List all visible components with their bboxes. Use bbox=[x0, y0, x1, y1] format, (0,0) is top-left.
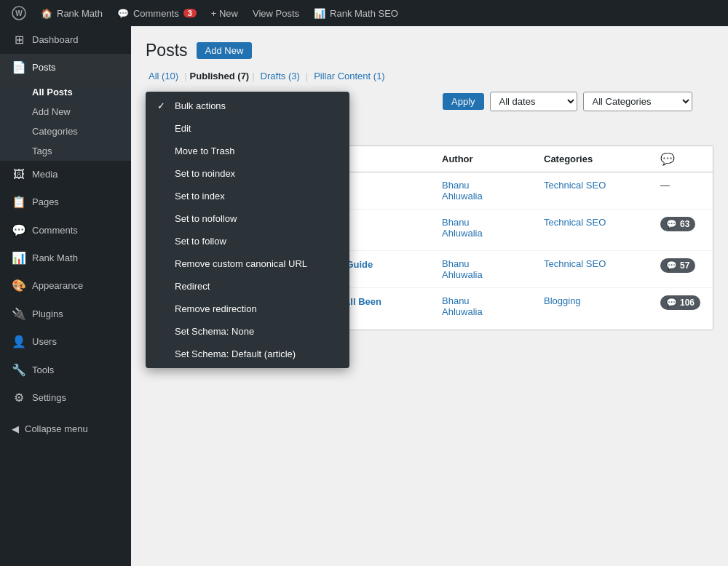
row2-category[interactable]: Technical SEO bbox=[544, 217, 606, 228]
sidebar-item-media[interactable]: 🖼 Media bbox=[0, 161, 131, 188]
sidebar-label-tools: Tools bbox=[32, 364, 54, 377]
row2-author[interactable]: BhanuAhluwalia bbox=[442, 217, 483, 239]
row4-comments: 💬106 bbox=[660, 295, 704, 310]
row4-category-cell: Blogging bbox=[544, 295, 660, 306]
add-new-button[interactable]: Add New bbox=[197, 42, 253, 59]
tab-all[interactable]: All (10) bbox=[146, 69, 181, 83]
collapse-icon: ◀ bbox=[12, 423, 19, 434]
row4-author-cell: BhanuAhluwalia bbox=[442, 295, 544, 317]
site-name-button[interactable]: 🏠 Rank Math bbox=[35, 0, 108, 26]
sidebar-item-dashboard[interactable]: ⊞ Dashboard bbox=[0, 26, 131, 54]
site-name: Rank Math bbox=[57, 8, 103, 19]
sidebar-label-media: Media bbox=[32, 168, 58, 181]
bulk-actions-item-bulk-actions[interactable]: ✓ Bulk actions bbox=[146, 95, 349, 117]
row1-category-cell: Technical SEO bbox=[544, 180, 660, 191]
sidebar-item-tools[interactable]: 🔧 Tools bbox=[0, 356, 131, 384]
set-follow-label: Set to follow bbox=[175, 236, 226, 247]
sidebar-item-pages[interactable]: 📋 Pages bbox=[0, 188, 131, 216]
new-content-button[interactable]: + New bbox=[205, 0, 244, 26]
sidebar-item-users[interactable]: 👤 Users bbox=[0, 328, 131, 356]
row2-comments: 💬63 bbox=[660, 217, 704, 231]
bulk-actions-item-set-noindex[interactable]: Set to noindex bbox=[146, 162, 349, 185]
set-index-label: Set to index bbox=[175, 191, 225, 202]
sidebar-label-appearance: Appearance bbox=[32, 279, 83, 292]
sidebar-item-posts[interactable]: 📄 Posts bbox=[0, 54, 131, 81]
edit-label: Edit bbox=[175, 123, 191, 134]
collapse-menu-button[interactable]: ◀ Collapse menu bbox=[0, 418, 131, 440]
sidebar-item-plugins[interactable]: 🔌 Plugins bbox=[0, 300, 131, 328]
sidebar-label-users: Users bbox=[32, 335, 57, 348]
move-to-trash-label: Move to Trash bbox=[175, 146, 234, 156]
row2-comment-badge[interactable]: 💬63 bbox=[660, 217, 695, 231]
tools-icon: 🔧 bbox=[12, 362, 26, 378]
bulk-actions-item-remove-canonical[interactable]: Remove custom canonical URL bbox=[146, 252, 349, 275]
comment-icon: 💬 bbox=[117, 8, 129, 19]
categories-filter[interactable]: All Categories bbox=[583, 92, 692, 111]
apply-button[interactable]: Apply bbox=[443, 93, 484, 110]
sidebar-label-comments: Comments bbox=[32, 224, 78, 237]
row1-comments: — bbox=[660, 180, 704, 191]
sidebar-label-settings: Settings bbox=[32, 391, 66, 404]
comment-header-icon: 💬 bbox=[660, 153, 675, 165]
home-icon: 🏠 bbox=[41, 8, 52, 19]
bulk-actions-item-set-index[interactable]: Set to index bbox=[146, 185, 349, 207]
tab-published[interactable]: Published (7) bbox=[190, 71, 250, 81]
comments-icon: 💬 bbox=[12, 223, 26, 239]
view-posts-label: View Posts bbox=[253, 8, 299, 19]
view-posts-button[interactable]: View Posts bbox=[247, 0, 305, 26]
bulk-actions-label: Bulk actions bbox=[175, 100, 226, 111]
bulk-actions-item-set-nofollow[interactable]: Set to nofollow bbox=[146, 207, 349, 230]
row1-author-cell: BhanuAhluwalia bbox=[442, 180, 544, 202]
appearance-icon: 🎨 bbox=[12, 278, 26, 294]
comments-button[interactable]: 💬 Comments 3 bbox=[111, 0, 202, 26]
row4-author[interactable]: BhanuAhluwalia bbox=[442, 295, 483, 317]
header-categories: Categories bbox=[544, 154, 660, 164]
dates-filter[interactable]: All dates bbox=[490, 92, 577, 111]
sidebar-sub-categories[interactable]: Categories bbox=[0, 121, 131, 141]
row1-category[interactable]: Technical SEO bbox=[544, 180, 606, 191]
bulk-actions-item-move-to-trash[interactable]: Move to Trash bbox=[146, 140, 349, 162]
wp-logo-button[interactable]: W bbox=[6, 0, 32, 26]
sidebar-item-settings[interactable]: ⚙ Settings bbox=[0, 384, 131, 412]
sidebar-sub-add-new[interactable]: Add New bbox=[0, 102, 131, 121]
sidebar-item-appearance[interactable]: 🎨 Appearance bbox=[0, 272, 131, 300]
bulk-actions-item-remove-redirection[interactable]: Remove redirection bbox=[146, 298, 349, 320]
comments-label: Comments bbox=[133, 8, 179, 19]
remove-canonical-label: Remove custom canonical URL bbox=[175, 258, 307, 269]
row3-comment-badge[interactable]: 💬57 bbox=[660, 258, 695, 273]
row4-category[interactable]: Blogging bbox=[544, 295, 581, 306]
bulk-actions-item-schema-default[interactable]: Set Schema: Default (article) bbox=[146, 343, 349, 365]
bulk-actions-dropdown[interactable]: ✓ Bulk actions Edit Move to Trash Set to… bbox=[146, 92, 349, 368]
set-nofollow-label: Set to nofollow bbox=[175, 213, 237, 224]
row3-comment-icon: 💬 bbox=[666, 260, 677, 271]
remove-redirection-label: Remove redirection bbox=[175, 303, 257, 314]
bulk-actions-item-redirect[interactable]: Redirect bbox=[146, 275, 349, 298]
tab-drafts[interactable]: Drafts (3) bbox=[258, 69, 303, 83]
sidebar-sub-tags[interactable]: Tags bbox=[0, 141, 131, 161]
page-title: Posts bbox=[146, 41, 188, 60]
row3-category[interactable]: Technical SEO bbox=[544, 258, 606, 269]
pages-icon: 📋 bbox=[12, 194, 26, 210]
header-comments: 💬 bbox=[660, 152, 704, 166]
page-title-area: Posts Add New bbox=[146, 41, 713, 60]
row2-comment-icon: 💬 bbox=[666, 219, 677, 229]
rank-math-seo-button[interactable]: 📊 Rank Math SEO bbox=[308, 0, 404, 26]
sidebar-item-comments[interactable]: 💬 Comments bbox=[0, 217, 131, 244]
sidebar-sub-all-posts[interactable]: All Posts bbox=[0, 82, 131, 102]
row1-author[interactable]: BhanuAhluwalia bbox=[442, 180, 483, 202]
row4-comment-badge[interactable]: 💬106 bbox=[660, 295, 700, 310]
bulk-actions-item-schema-none[interactable]: Set Schema: None bbox=[146, 320, 349, 343]
posts-icon: 📄 bbox=[12, 60, 26, 76]
check-icon: ✓ bbox=[157, 100, 169, 111]
tab-pillar-content[interactable]: Pillar Content (1) bbox=[311, 69, 388, 83]
row4-comment-icon: 💬 bbox=[666, 298, 677, 308]
bulk-actions-item-edit[interactable]: Edit bbox=[146, 117, 349, 140]
collapse-label: Collapse menu bbox=[25, 423, 88, 434]
sidebar-item-rank-math[interactable]: 📊 Rank Math bbox=[0, 244, 131, 272]
svg-text:W: W bbox=[15, 9, 23, 17]
row3-author-cell: BhanuAhluwalia bbox=[442, 258, 544, 280]
row3-author[interactable]: BhanuAhluwalia bbox=[442, 258, 483, 280]
tab-navigation: All (10) | Published (7) | Drafts (3) | … bbox=[146, 69, 713, 83]
rank-math-icon: 📊 bbox=[12, 250, 26, 266]
bulk-actions-item-set-follow[interactable]: Set to follow bbox=[146, 230, 349, 252]
